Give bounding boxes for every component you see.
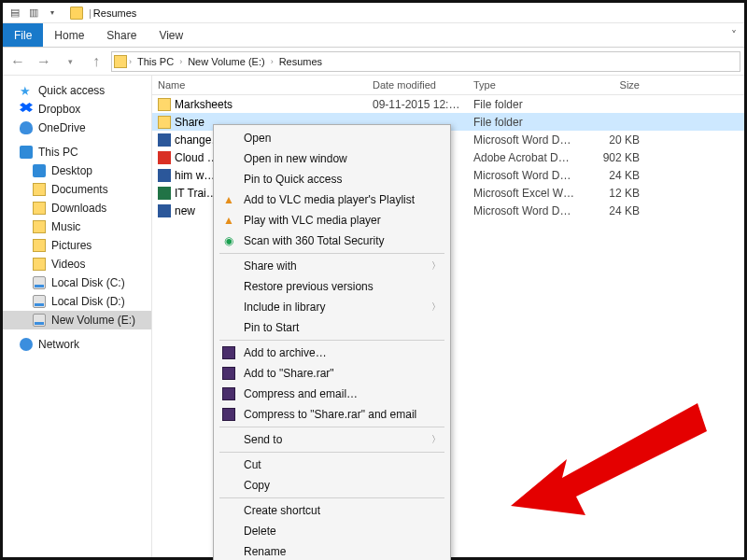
ctx-create-shortcut[interactable]: Create shortcut [216, 500, 448, 521]
nav-up-button[interactable]: ↑ [85, 50, 107, 73]
quick-access-toolbar: ▤ ▥ ▾ [7, 5, 61, 21]
ctx-copy[interactable]: Copy [216, 475, 448, 496]
nav-label: Quick access [38, 84, 105, 97]
file-icon [158, 151, 171, 164]
tab-file[interactable]: File [3, 23, 43, 47]
chevron-right-icon: 〉 [431, 259, 441, 273]
ctx-scan-360[interactable]: ◉Scan with 360 Total Security [216, 231, 448, 251]
new-folder-icon[interactable]: ▥ [25, 5, 42, 21]
ctx-label: Open in new window [244, 152, 347, 165]
column-headers: Name Date modified Type Size [152, 76, 744, 95]
chevron-right-icon: › [129, 57, 132, 66]
folder-icon [158, 116, 171, 129]
ctx-add-share-rar[interactable]: Add to "Share.rar" [216, 363, 448, 384]
ctx-label: Cut [244, 458, 261, 471]
folder-icon [33, 239, 46, 252]
col-date[interactable]: Date modified [367, 76, 468, 94]
tab-share[interactable]: Share [95, 23, 148, 47]
nav-label: Videos [51, 258, 85, 271]
ctx-delete[interactable]: Delete [216, 521, 448, 541]
file-type: Adobe Acrobat D… [468, 151, 580, 164]
pc-icon [114, 55, 127, 68]
nav-label: OneDrive [38, 121, 86, 134]
ctx-compress-share-email[interactable]: Compress to "Share.rar" and email [216, 404, 448, 425]
nav-dropbox[interactable]: Dropbox [3, 100, 151, 119]
nav-label: This PC [38, 146, 78, 159]
tab-view[interactable]: View [148, 23, 194, 47]
folder-icon [158, 98, 171, 111]
crumb-this-pc[interactable]: This PC [134, 56, 177, 67]
ctx-vlc-add-playlist[interactable]: ▲Add to VLC media player's Playlist [216, 189, 448, 210]
col-type[interactable]: Type [468, 76, 580, 94]
ctx-label: Pin to Quick access [244, 173, 342, 186]
nav-new-volume-e[interactable]: New Volume (E:) [3, 311, 151, 329]
ctx-open[interactable]: Open [216, 128, 448, 148]
file-type: File folder [468, 98, 580, 111]
nav-forward-button[interactable]: → [33, 50, 55, 73]
ctx-pin-quick-access[interactable]: Pin to Quick access [216, 169, 448, 189]
nav-back-button[interactable]: ← [7, 50, 29, 73]
ctx-share-with[interactable]: Share with〉 [216, 256, 448, 276]
ctx-include-library[interactable]: Include in library〉 [216, 297, 448, 317]
window-title: Resumes [93, 7, 136, 19]
col-size[interactable]: Size [580, 76, 645, 94]
crumb-resumes[interactable]: Resumes [275, 56, 326, 67]
ribbon-tabs: File Home Share View ˅ [3, 23, 744, 48]
separator [219, 452, 444, 453]
ctx-open-new-window[interactable]: Open in new window [216, 148, 448, 169]
archive-icon [221, 386, 236, 401]
nav-label: Documents [51, 183, 108, 196]
ctx-restore-versions[interactable]: Restore previous versions [216, 276, 448, 297]
crumb-new-volume[interactable]: New Volume (E:) [184, 56, 269, 67]
nav-local-c[interactable]: Local Disk (C:) [3, 273, 151, 292]
col-name[interactable]: Name [152, 76, 367, 94]
nav-local-d[interactable]: Local Disk (D:) [3, 292, 151, 311]
file-name: him w… [175, 169, 215, 182]
address-bar[interactable]: › This PC › New Volume (E:) › Resumes [111, 51, 740, 72]
nav-pictures[interactable]: Pictures [3, 236, 151, 255]
nav-recent-chevron-icon[interactable]: ▾ [59, 50, 81, 73]
navigation-pane: ★Quick access Dropbox OneDrive This PC D… [3, 76, 152, 557]
file-row[interactable]: Marksheets09-11-2015 12:08 …File folder [152, 95, 744, 113]
ctx-add-archive[interactable]: Add to archive… [216, 343, 448, 363]
archive-icon [221, 407, 236, 422]
ctx-label: Share with [244, 259, 297, 273]
nav-downloads[interactable]: Downloads [3, 199, 151, 217]
nav-documents[interactable]: Documents [3, 180, 151, 199]
ctx-vlc-play[interactable]: ▲Play with VLC media player [216, 210, 448, 231]
file-icon [158, 133, 171, 147]
file-name: new [175, 204, 195, 217]
pc-icon [20, 146, 33, 159]
ctx-cut[interactable]: Cut [216, 455, 448, 475]
tab-home[interactable]: Home [43, 23, 95, 47]
ctx-send-to[interactable]: Send to〉 [216, 429, 448, 450]
star-icon: ★ [20, 84, 33, 97]
file-date: 09-11-2015 12:08 … [367, 98, 468, 111]
ctx-rename[interactable]: Rename [216, 541, 448, 560]
file-name: Share [175, 116, 204, 129]
properties-icon[interactable]: ▤ [7, 5, 23, 21]
file-name: Marksheets [175, 98, 233, 111]
nav-network[interactable]: Network [3, 335, 151, 354]
ctx-pin-start[interactable]: Pin to Start [216, 317, 448, 338]
ctx-label: Add to VLC media player's Playlist [244, 193, 415, 206]
file-size: 20 KB [580, 133, 645, 147]
nav-quick-access[interactable]: ★Quick access [3, 81, 151, 100]
file-size: 902 KB [580, 151, 645, 164]
folder-icon [33, 220, 46, 233]
qat-chevron-icon[interactable]: ▾ [44, 5, 61, 21]
ctx-label: Play with VLC media player [244, 214, 381, 227]
ctx-compress-email[interactable]: Compress and email… [216, 384, 448, 404]
file-name: IT Trai… [175, 187, 218, 200]
nav-this-pc[interactable]: This PC [3, 143, 151, 161]
nav-desktop[interactable]: Desktop [3, 161, 151, 180]
drive-icon [33, 314, 46, 327]
nav-videos[interactable]: Videos [3, 255, 151, 273]
nav-music[interactable]: Music [3, 217, 151, 236]
ribbon-expand-icon[interactable]: ˅ [724, 23, 744, 47]
nav-onedrive[interactable]: OneDrive [3, 119, 151, 137]
ctx-label: Send to [244, 433, 282, 446]
chevron-right-icon: › [179, 57, 182, 66]
file-icon [158, 187, 171, 200]
nav-label: Local Disk (D:) [51, 295, 125, 308]
